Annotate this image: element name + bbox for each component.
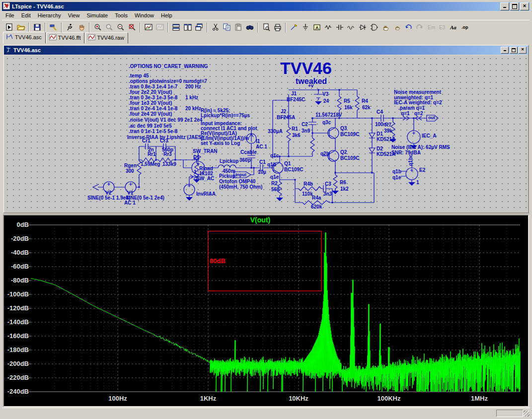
halt-icon[interactable] bbox=[76, 22, 87, 33]
schematic-label[interactable]: SW_AC bbox=[196, 176, 214, 181]
schematic-restore-button[interactable] bbox=[510, 47, 518, 54]
close-button[interactable]: ✕ bbox=[520, 2, 529, 10]
schematic-label[interactable]: 1.59Meg bbox=[141, 162, 160, 167]
menu-item-simulate[interactable]: Simulate bbox=[83, 11, 111, 19]
schematic-label[interactable]: 20 kHz bbox=[185, 106, 201, 111]
tab-tvv46.fft[interactable]: TVV46.fft bbox=[46, 32, 85, 44]
schematic-label[interactable]: Q1 bbox=[284, 161, 291, 166]
schematic-label[interactable]: J1 bbox=[291, 91, 297, 96]
schematic-label[interactable]: TVV46 bbox=[280, 60, 332, 76]
save-icon[interactable] bbox=[31, 22, 43, 33]
schematic-label[interactable]: D2 bbox=[377, 146, 383, 151]
schematic-label[interactable]: 133k9 bbox=[162, 162, 176, 167]
schematic-label[interactable]: q1e bbox=[270, 175, 279, 180]
schematic-label[interactable]: Rr3 bbox=[163, 152, 172, 157]
schematic-label[interactable]: q1c bbox=[270, 153, 279, 158]
fft-plot[interactable]: 0dB-20dB-40dB-60dB-80dB-100dB-120dB-140d… bbox=[4, 215, 528, 406]
schematic-label[interactable]: .OPTIONS NO_CARET_WARNING bbox=[129, 64, 208, 69]
schematic-label[interactable]: Q3 bbox=[340, 126, 347, 131]
resistor-icon[interactable] bbox=[322, 22, 334, 33]
schematic-label[interactable]: R5 bbox=[344, 99, 350, 104]
schematic-label[interactable]: Ortofon OMP40 bbox=[219, 179, 255, 184]
inductor-icon[interactable] bbox=[345, 22, 357, 33]
schematic-label[interactable]: 200 Hz bbox=[185, 84, 201, 89]
undo-icon[interactable] bbox=[402, 22, 414, 33]
schematic-minimize-button[interactable] bbox=[501, 47, 509, 54]
schematic-label[interactable]: E1 bbox=[193, 155, 199, 160]
schematic-label[interactable]: 1k2 bbox=[340, 187, 349, 192]
zoom-in-icon[interactable] bbox=[92, 22, 103, 33]
new-schematic-icon[interactable] bbox=[3, 22, 15, 33]
schematic-label[interactable]: 330µA bbox=[268, 129, 283, 134]
schematic-label[interactable]: Ccable bbox=[240, 150, 257, 155]
schematic-label[interactable]: R1 bbox=[292, 127, 298, 132]
schematic-label[interactable]: C3 bbox=[325, 182, 331, 187]
plot-title[interactable]: V(out) bbox=[250, 216, 270, 224]
menu-item-hierarchy[interactable]: Hierarchy bbox=[34, 11, 65, 19]
schematic-label[interactable]: BF245C bbox=[287, 97, 305, 102]
cut-icon[interactable] bbox=[210, 22, 221, 33]
schematic-label[interactable]: AC 1 bbox=[256, 144, 267, 149]
plot-settings-icon[interactable] bbox=[154, 22, 165, 33]
schematic-label[interactable]: .four 2e2 20 V(out) bbox=[129, 90, 172, 95]
schematic-label[interactable]: 110k bbox=[302, 192, 313, 197]
schematic-label[interactable]: SW_TRAN bbox=[193, 149, 217, 154]
schematic-label[interactable]: Noise (IEC A): 62µV RMS bbox=[391, 145, 450, 150]
schematic-label[interactable]: 3n3 bbox=[323, 192, 332, 197]
schematic-label[interactable]: Cr1 bbox=[142, 139, 151, 143]
window-titlebar[interactable]: LTspice - TVV46.asc ✕ bbox=[2, 2, 530, 11]
maximize-button[interactable] bbox=[510, 2, 519, 10]
schematic-label[interactable]: InvRIAA bbox=[196, 192, 216, 197]
schematic-label[interactable]: 1 kHz bbox=[185, 95, 198, 100]
plot-window[interactable]: 0dB-20dB-40dB-60dB-80dB-100dB-120dB-140d… bbox=[3, 214, 529, 407]
schematic-label[interactable]: .four 1e3 20 V(out) bbox=[129, 101, 172, 106]
schematic-label[interactable]: 620k bbox=[311, 205, 322, 210]
drag-icon[interactable] bbox=[391, 22, 402, 33]
schematic-label[interactable]: Noise measurement bbox=[394, 90, 441, 95]
schematic-label[interactable]: 11.567218V bbox=[315, 113, 342, 118]
schematic-label[interactable]: set Y-axis to Log bbox=[201, 141, 240, 146]
schematic-label[interactable]: Rgen bbox=[124, 163, 137, 168]
schematic-label[interactable]: .ac dec 99 1e0 5e5 bbox=[129, 124, 172, 129]
schematic-label[interactable]: I1 bbox=[256, 139, 260, 144]
schematic-label[interactable]: BC109C bbox=[340, 132, 359, 137]
zoom-extents-icon[interactable] bbox=[126, 22, 138, 33]
schematic-label[interactable]: J2 bbox=[281, 109, 286, 114]
schematic-label[interactable]: q3c bbox=[322, 120, 331, 125]
menu-item-help[interactable]: Help bbox=[157, 11, 176, 19]
schematic-label[interactable]: IEC_A bbox=[422, 134, 436, 139]
copy-icon[interactable] bbox=[221, 22, 232, 33]
redo-icon[interactable] bbox=[414, 22, 425, 33]
tab-tvv46.raw[interactable]: TVV46.raw bbox=[85, 32, 128, 44]
menu-item-edit[interactable]: Edit bbox=[18, 11, 34, 19]
wire-icon[interactable] bbox=[288, 22, 300, 33]
edit-ef-icon[interactable]: E3 bbox=[437, 22, 448, 33]
schematic-label[interactable]: q=1 bbox=[401, 111, 410, 116]
cascade-icon[interactable] bbox=[193, 22, 205, 33]
menu-item-window[interactable]: Window bbox=[131, 11, 157, 19]
schematic-label[interactable]: 10µ bbox=[258, 170, 266, 175]
transistor[interactable] bbox=[271, 128, 335, 173]
schematic-label[interactable]: BF245A bbox=[277, 115, 295, 120]
move-icon[interactable] bbox=[380, 22, 391, 33]
schematic-label[interactable]: Pickup: bbox=[219, 174, 237, 179]
tab-tvv46.asc[interactable]: TVV46.asc bbox=[3, 32, 46, 44]
schematic-label[interactable]: .temp 45 bbox=[129, 73, 149, 78]
schematic-label[interactable]: +v bbox=[308, 83, 313, 88]
tile-horizontal-icon[interactable] bbox=[170, 22, 182, 33]
schematic-label[interactable]: 3n9 bbox=[302, 129, 310, 134]
schematic-label[interactable]: R4 bbox=[362, 99, 368, 104]
run-icon[interactable] bbox=[64, 22, 76, 33]
schematic-label[interactable]: BC109C bbox=[284, 167, 303, 172]
schematic-canvas[interactable]: .OPTIONS NO_CARET_WARNING.temp 45.option… bbox=[4, 56, 528, 212]
schematic-label[interactable]: .noise V(out) V1 dec 99 2e1 2e4 bbox=[129, 118, 202, 123]
print-icon[interactable] bbox=[272, 22, 283, 33]
schematic-label[interactable]: out bbox=[428, 116, 435, 120]
schematic-label[interactable]: q1b bbox=[267, 162, 276, 167]
schematic-label[interactable]: q=2 bbox=[414, 111, 423, 116]
schematic-label[interactable]: Rr1 bbox=[148, 152, 156, 157]
schematic-label[interactable]: 16k bbox=[344, 105, 353, 110]
schematic-label[interactable]: R7 bbox=[385, 123, 391, 128]
schematic-drawing[interactable] bbox=[4, 56, 528, 212]
resistor[interactable] bbox=[137, 96, 395, 205]
